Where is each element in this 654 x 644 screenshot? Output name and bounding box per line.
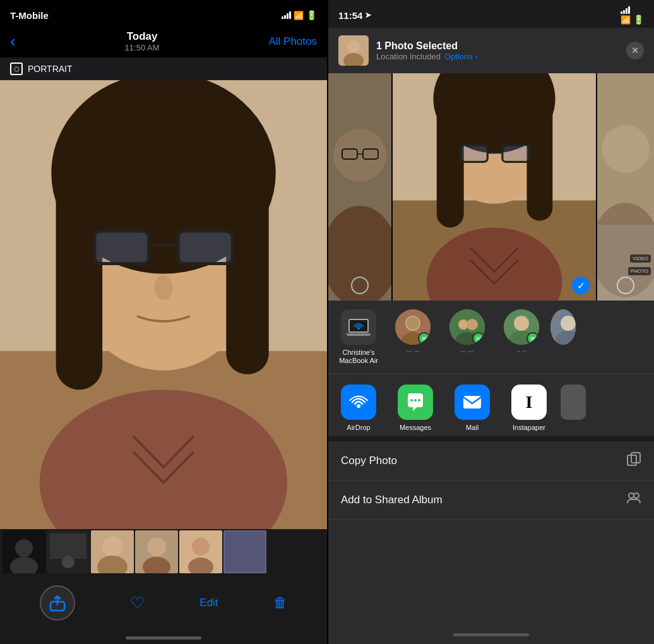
svg-point-18	[62, 556, 74, 568]
app-airdrop[interactable]: AirDrop	[333, 385, 384, 431]
svg-point-71	[561, 316, 576, 331]
delete-button[interactable]: 🗑	[273, 595, 287, 611]
app-share-row: AirDrop Messages Mail	[328, 374, 654, 436]
photo-item-3[interactable]: VIDEO PHOTO	[597, 73, 654, 301]
video-label: VIDEO	[630, 254, 651, 263]
messages-icon	[398, 385, 433, 420]
nav-title: Today 11:50 AM	[125, 30, 160, 52]
contact-4[interactable]: ✉ •• ••	[496, 309, 547, 355]
home-bar-right	[453, 633, 529, 636]
photo-strip-right: ✓ VIDEO PHOTO	[328, 73, 654, 301]
thumb-5[interactable]	[179, 530, 222, 573]
contact-2-badge: ✉	[418, 332, 431, 345]
share-icon	[49, 594, 66, 612]
share-info: 1 Photo Selected Location Included Optio…	[376, 40, 619, 61]
portrait-label-bar: ⬡ PORTRAIT	[0, 57, 327, 80]
svg-point-76	[418, 399, 420, 402]
svg-rect-51	[504, 146, 528, 161]
contact-3-name: ••• •••	[460, 349, 473, 355]
contact-5[interactable]	[550, 309, 576, 345]
svg-point-74	[410, 399, 413, 402]
home-bar	[126, 636, 201, 640]
signal-icon	[282, 11, 291, 19]
status-right-left: 11:54 ➤	[338, 10, 371, 21]
battery-icon-right: 🔋	[633, 15, 644, 25]
back-button[interactable]: ‹	[10, 32, 16, 51]
favorite-button[interactable]: ♡	[130, 593, 145, 613]
svg-point-14	[15, 539, 33, 557]
options-link[interactable]: Options ›	[444, 52, 478, 61]
status-icons-right: 📶 🔋	[621, 6, 644, 25]
photo-selector-checked[interactable]: ✓	[572, 277, 590, 294]
contact-2-name: ••• •••	[406, 349, 419, 355]
contact-macbook[interactable]: Christine'sMacBook Air	[333, 309, 384, 365]
share-close-button[interactable]: ✕	[626, 42, 644, 59]
nav-bar: ‹ Today 11:50 AM All Photos	[0, 28, 327, 57]
status-bar-left: T-Mobile 📶 🔋	[0, 0, 327, 28]
copy-photo-icon	[626, 451, 641, 470]
app-messages[interactable]: Messages	[390, 385, 441, 431]
svg-rect-50	[461, 146, 486, 161]
phone-right: 11:54 ➤ 📶 🔋 1 Photo Selected Location In…	[328, 0, 654, 644]
photo-item-1[interactable]	[328, 73, 391, 301]
photo-selector-3[interactable]	[617, 277, 634, 294]
home-indicator-left	[0, 631, 327, 644]
app-mail[interactable]: Mail	[447, 385, 497, 431]
photo-label: PHOTO	[628, 267, 651, 275]
time-display: 11:54	[338, 10, 362, 21]
share-subtitle: Location Included Options ›	[376, 52, 619, 61]
thumb-3[interactable]	[91, 530, 134, 573]
edit-button[interactable]: Edit	[199, 597, 218, 609]
share-header: 1 Photo Selected Location Included Optio…	[328, 28, 654, 73]
mail-icon	[455, 385, 490, 420]
location-included-text: Location Included	[376, 52, 441, 61]
svg-rect-77	[463, 396, 481, 408]
photo-image-left	[0, 80, 327, 529]
share-thumbnail	[338, 35, 369, 66]
home-indicator-right	[328, 625, 654, 644]
thumb-2[interactable]	[47, 530, 90, 573]
location-arrow-icon: ➤	[365, 11, 371, 20]
svg-point-81	[634, 493, 639, 498]
svg-rect-17	[50, 534, 86, 559]
svg-point-20	[102, 537, 122, 557]
thumb-1[interactable]	[3, 530, 45, 573]
app-instapaper[interactable]: I Instapaper	[504, 385, 554, 431]
thumb-6[interactable]	[223, 530, 266, 573]
airdrop-icon	[341, 385, 376, 420]
copy-photo-label: Copy Photo	[341, 455, 397, 467]
more-apps-icon	[561, 385, 586, 420]
svg-point-33	[347, 40, 360, 53]
carrier-text: T-Mobile	[10, 10, 49, 21]
add-shared-album-row[interactable]: Add to Shared Album	[328, 480, 654, 520]
contacts-row: Christine'sMacBook Air ✉ ••• •••	[328, 301, 654, 374]
contact-3[interactable]: ✉ ••• •••	[442, 309, 492, 355]
svg-point-73	[357, 404, 360, 408]
svg-rect-10	[180, 232, 231, 262]
contact-4-name: •• ••	[516, 349, 526, 355]
contact-2[interactable]: ✉ ••• •••	[388, 309, 438, 355]
svg-point-62	[407, 317, 419, 330]
photo-selector-1[interactable]	[351, 277, 369, 294]
thumb-4[interactable]	[135, 530, 178, 573]
svg-point-80	[629, 493, 634, 498]
action-rows: Copy Photo Add to Shared Album	[328, 441, 654, 625]
svg-point-58	[357, 327, 360, 330]
svg-rect-9	[96, 232, 147, 262]
svg-rect-29	[225, 532, 265, 572]
wifi-icon: 📶	[294, 11, 304, 20]
share-title: 1 Photo Selected	[376, 40, 619, 52]
all-photos-button[interactable]: All Photos	[268, 35, 317, 48]
contact-4-avatar: ✉	[504, 309, 539, 345]
photo-item-2[interactable]: ✓	[393, 73, 596, 301]
macbook-icon	[341, 309, 376, 345]
copy-photo-row[interactable]: Copy Photo	[328, 441, 654, 480]
svg-point-11	[154, 275, 172, 300]
phone-left: T-Mobile 📶 🔋 ‹ Today 11:50 AM All Photos…	[0, 0, 327, 644]
status-bar-right: 11:54 ➤ 📶 🔋	[328, 0, 654, 28]
shared-album-icon	[626, 491, 641, 509]
app-more[interactable]	[561, 385, 586, 420]
nav-date: Today	[125, 30, 160, 43]
share-button[interactable]	[40, 585, 75, 621]
status-icons: 📶 🔋	[282, 10, 317, 20]
